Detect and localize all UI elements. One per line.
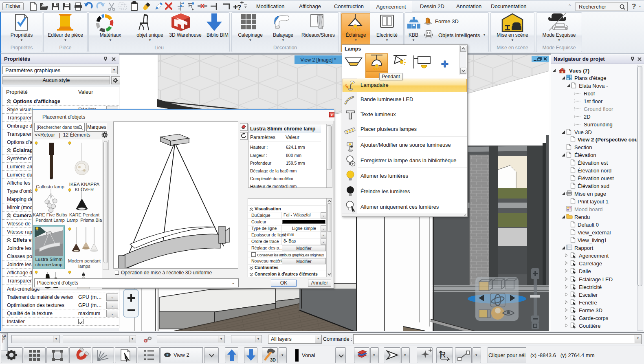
- svg-text:3D: 3D: [270, 357, 276, 362]
- svg-text:?: ?: [237, 4, 241, 11]
- svg-text:View 2 [Image] *: View 2 [Image] *: [300, 57, 336, 63]
